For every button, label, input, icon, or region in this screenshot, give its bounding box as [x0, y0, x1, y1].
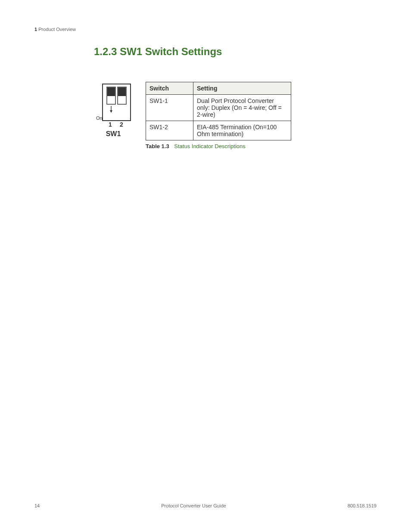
switch-settings-table: Switch Setting SW1-1 Dual Port Protocol …	[146, 82, 291, 140]
svg-rect-4	[118, 87, 126, 96]
cell-setting: EIA-485 Termination (On=100 Ohm terminat…	[193, 121, 291, 140]
col-header-setting: Setting	[193, 82, 291, 95]
page-header: 1 Product Overview	[34, 27, 76, 32]
cell-setting: Dual Port Protocol Converter only: Duple…	[193, 95, 291, 121]
svg-rect-2	[107, 87, 115, 96]
page-footer: 14 Protocol Converter User Guide 800.518…	[34, 503, 377, 508]
table-row: SW1-1 Dual Port Protocol Converter only:…	[146, 95, 291, 121]
switch-pos-1: 1	[109, 121, 112, 128]
switch-pos-2: 2	[120, 121, 123, 128]
chapter-number: 1	[34, 27, 37, 32]
table-caption-desc: Status Indicator Descriptions	[174, 143, 245, 149]
switch-sw1-label: SW1	[106, 130, 121, 138]
table-caption-number: Table 1.3	[146, 143, 169, 149]
col-header-switch: Switch	[146, 82, 193, 95]
table-caption: Table 1.3 Status Indicator Descriptions	[146, 143, 291, 149]
table-row: SW1-2 EIA-485 Termination (On=100 Ohm te…	[146, 121, 291, 140]
section-heading: 1.2.3 SW1 Switch Settings	[94, 46, 222, 58]
table-header-row: Switch Setting	[146, 82, 291, 95]
table-wrapper: Switch Setting SW1-1 Dual Port Protocol …	[146, 82, 291, 149]
cell-switch: SW1-2	[146, 121, 193, 140]
dip-switch-icon: On 1 2	[94, 82, 133, 129]
svg-marker-6	[110, 110, 112, 113]
content-area: On 1 2 SW1 Switch Setting SW1-1 Dual Por…	[94, 82, 291, 149]
footer-phone: 800.518.1519	[348, 503, 377, 508]
footer-title: Protocol Converter User Guide	[161, 503, 226, 508]
cell-switch: SW1-1	[146, 95, 193, 121]
chapter-title: Product Overview	[38, 27, 76, 32]
switch-figure: On 1 2 SW1	[94, 82, 133, 138]
on-label: On	[96, 115, 103, 121]
page-number: 14	[34, 503, 40, 508]
